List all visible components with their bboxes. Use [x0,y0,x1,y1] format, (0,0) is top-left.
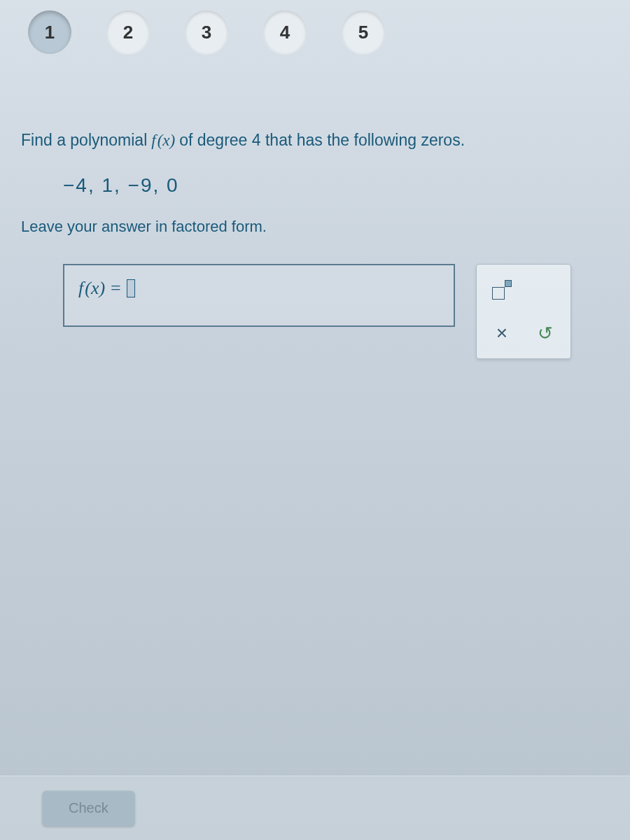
answer-paren: (x) [85,278,105,299]
answer-row: f (x) = × ↺ [21,264,609,359]
clear-button[interactable]: × [482,314,522,353]
instruction-text: Leave your answer in factored form. [21,218,609,236]
tab-container: 1 2 3 4 5 [0,0,630,75]
question-fn: f [151,132,155,150]
answer-box[interactable]: f (x) = [63,264,455,327]
reset-icon: ↺ [538,323,553,344]
tab-1[interactable]: 1 [28,10,71,54]
tool-panel: × ↺ [476,264,571,359]
content-area: Find a polynomial f (x) of degree 4 that… [0,75,630,373]
question-text: Find a polynomial f (x) of degree 4 that… [21,131,609,150]
answer-content: f (x) = [78,278,135,299]
answer-fn: f [78,278,83,299]
answer-input[interactable] [127,279,135,298]
tab-4[interactable]: 4 [263,10,307,54]
question-paren: (x) [158,132,176,150]
tab-5[interactable]: 5 [342,10,385,54]
tab-3[interactable]: 3 [185,10,228,54]
question-part1: Find a polynomial [21,131,147,150]
check-button[interactable]: Check [42,790,135,826]
reset-button[interactable]: ↺ [526,314,565,353]
exponent-icon [492,280,512,300]
footer: Check [0,776,630,840]
clear-icon: × [496,322,507,344]
tab-2[interactable]: 2 [106,10,150,54]
exponent-button[interactable] [482,270,522,309]
question-part2: of degree 4 that has the following zeros… [179,131,465,150]
zeros-list: −4, 1, −9, 0 [63,174,609,197]
answer-equals: = [111,278,121,299]
